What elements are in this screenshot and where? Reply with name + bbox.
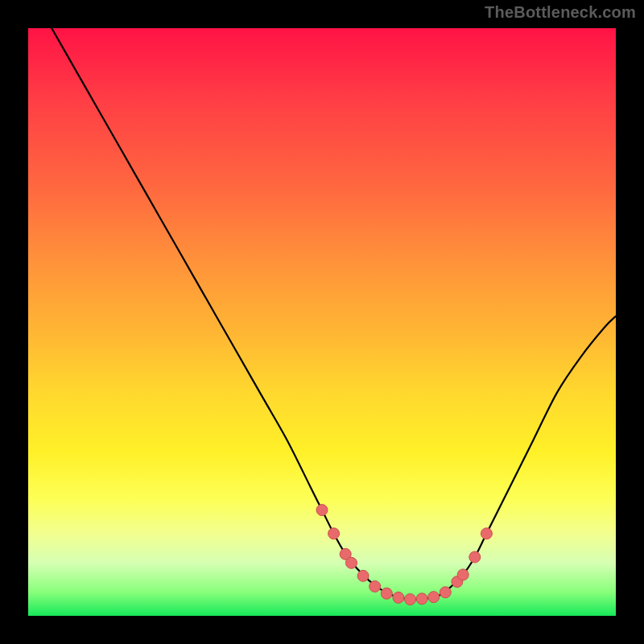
highlight-point	[428, 592, 440, 603]
highlight-point	[328, 528, 340, 539]
highlight-point	[369, 581, 381, 592]
chart-frame: TheBottleneck.com	[0, 0, 644, 644]
highlight-point	[440, 587, 451, 598]
highlight-point	[481, 528, 492, 539]
highlight-points	[316, 505, 492, 605]
plot-area	[28, 28, 616, 616]
highlight-point	[457, 569, 469, 580]
highlight-point	[393, 592, 404, 603]
watermark-text: TheBottleneck.com	[485, 3, 636, 22]
highlight-point	[381, 588, 392, 599]
bottleneck-curve	[52, 28, 616, 600]
highlight-point	[357, 570, 369, 581]
highlight-point	[346, 557, 357, 568]
highlight-point	[405, 594, 416, 605]
curve-svg	[28, 28, 616, 616]
highlight-point	[469, 551, 481, 563]
highlight-point	[316, 505, 328, 516]
highlight-point	[416, 593, 427, 605]
